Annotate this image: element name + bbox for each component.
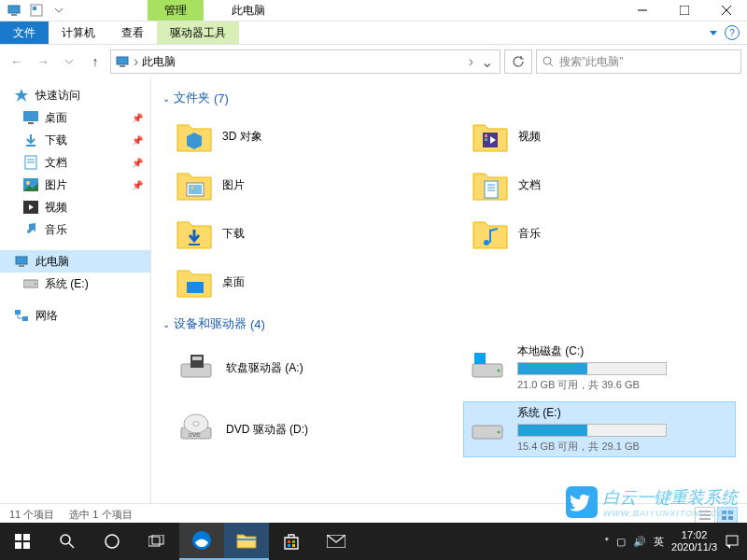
sidebar-system-e[interactable]: 系统 (E:) bbox=[0, 273, 150, 295]
svg-rect-28 bbox=[22, 316, 28, 321]
svg-text:DVD: DVD bbox=[189, 432, 201, 438]
tab-computer[interactable]: 计算机 bbox=[49, 21, 108, 44]
svg-rect-1 bbox=[11, 14, 17, 16]
view-large-button[interactable] bbox=[717, 507, 738, 524]
svg-rect-46 bbox=[192, 357, 202, 360]
folder-desktop[interactable]: 桌面 bbox=[172, 259, 440, 304]
nav-forward-button[interactable]: → bbox=[32, 50, 54, 73]
sidebar-documents[interactable]: 文档📌 bbox=[0, 151, 150, 174]
minimize-button[interactable] bbox=[621, 0, 663, 21]
nav-up-button[interactable]: ↑ bbox=[84, 50, 106, 73]
search-button[interactable] bbox=[45, 523, 90, 560]
maximize-button[interactable] bbox=[663, 0, 705, 21]
group-devices[interactable]: ⌄ 设备和驱动器 (4) bbox=[162, 315, 736, 332]
help-icon[interactable]: ? bbox=[725, 25, 740, 40]
device-system-e[interactable]: 系统 (E:) 15.4 GB 可用，共 29.1 GB bbox=[463, 401, 736, 457]
sidebar-network[interactable]: 网络 bbox=[0, 304, 150, 327]
pin-icon: 📌 bbox=[132, 158, 143, 168]
address-sep: › bbox=[134, 53, 138, 70]
tray-notifications-icon[interactable] bbox=[725, 534, 740, 549]
svg-marker-12 bbox=[15, 89, 28, 102]
tray-ime[interactable]: 英 bbox=[654, 535, 664, 549]
taskbar-explorer[interactable] bbox=[224, 523, 269, 560]
task-view-button[interactable] bbox=[134, 523, 179, 560]
tray-tip-icon[interactable]: ▢ bbox=[616, 536, 626, 548]
svg-rect-60 bbox=[728, 511, 733, 514]
device-dvd-d[interactable]: DVD DVD 驱动器 (D:) bbox=[172, 401, 444, 457]
tray-clock[interactable]: 17:02 2020/11/3 bbox=[671, 529, 717, 553]
qat-pc-icon[interactable] bbox=[4, 1, 24, 20]
svg-rect-23 bbox=[16, 257, 27, 264]
svg-rect-80 bbox=[726, 536, 738, 545]
refresh-button[interactable] bbox=[504, 49, 532, 74]
qat-properties-icon[interactable] bbox=[26, 1, 47, 20]
cortana-button[interactable] bbox=[90, 523, 134, 560]
usage-bar bbox=[517, 424, 667, 437]
folder-icon bbox=[176, 118, 213, 155]
address-dropdown-icon[interactable]: ⌄ bbox=[477, 53, 496, 71]
svg-line-69 bbox=[69, 543, 74, 548]
svg-rect-64 bbox=[15, 534, 21, 540]
sidebar-music[interactable]: 音乐 bbox=[0, 218, 150, 241]
sidebar-videos[interactable]: 视频 bbox=[0, 196, 150, 218]
nav-recent-dropdown[interactable] bbox=[58, 50, 80, 73]
svg-rect-37 bbox=[485, 181, 498, 198]
folder-icon bbox=[176, 263, 213, 301]
svg-point-55 bbox=[498, 431, 500, 434]
chevron-down-icon: ⌄ bbox=[162, 319, 170, 329]
svg-point-68 bbox=[61, 535, 70, 544]
svg-rect-78 bbox=[292, 544, 295, 547]
svg-rect-27 bbox=[15, 310, 21, 315]
folder-documents[interactable]: 文档 bbox=[468, 162, 736, 207]
ribbon-collapse-icon[interactable] bbox=[710, 31, 717, 35]
svg-rect-62 bbox=[728, 516, 733, 520]
taskbar-store[interactable] bbox=[269, 523, 314, 560]
tab-view[interactable]: 查看 bbox=[108, 21, 157, 44]
device-local-c[interactable]: 本地磁盘 (C:) 21.0 GB 可用，共 39.6 GB bbox=[463, 340, 736, 396]
sidebar-downloads[interactable]: 下载📌 bbox=[0, 129, 150, 151]
svg-rect-77 bbox=[288, 544, 290, 547]
folder-3d-objects[interactable]: 3D 对象 bbox=[172, 114, 440, 159]
folder-videos[interactable]: 视频 bbox=[468, 114, 736, 159]
drive-icon bbox=[467, 343, 508, 385]
network-icon bbox=[13, 307, 30, 324]
music-icon bbox=[22, 221, 39, 238]
tab-drive-tools[interactable]: 驱动器工具 bbox=[157, 21, 239, 44]
device-floppy-a[interactable]: 软盘驱动器 (A:) bbox=[172, 340, 444, 396]
start-button[interactable] bbox=[0, 523, 45, 560]
close-button[interactable] bbox=[705, 0, 747, 21]
svg-rect-5 bbox=[680, 6, 689, 15]
sidebar-pictures[interactable]: 图片📌 bbox=[0, 174, 150, 196]
folder-pictures[interactable]: 图片 bbox=[172, 162, 440, 207]
qat-dropdown-icon[interactable] bbox=[49, 1, 69, 20]
status-item-count: 11 个项目 bbox=[9, 508, 54, 522]
sidebar-quick-access[interactable]: 快速访问 bbox=[0, 84, 150, 106]
search-input[interactable]: 搜索"此电脑" bbox=[536, 49, 741, 74]
folder-music[interactable]: 音乐 bbox=[468, 211, 736, 256]
folder-icon bbox=[472, 118, 509, 155]
tray-people-icon[interactable]: ᕀ bbox=[604, 534, 609, 549]
svg-rect-13 bbox=[23, 111, 38, 121]
tab-file[interactable]: 文件 bbox=[0, 21, 49, 44]
svg-point-52 bbox=[193, 422, 199, 427]
address-bar[interactable]: › 此电脑 › ⌄ bbox=[110, 49, 500, 74]
address-sep2: › bbox=[469, 53, 473, 70]
svg-rect-76 bbox=[292, 540, 295, 543]
star-icon bbox=[13, 87, 30, 104]
picture-icon bbox=[22, 176, 39, 193]
svg-rect-61 bbox=[722, 516, 726, 520]
sidebar-this-pc[interactable]: 此电脑 bbox=[0, 250, 150, 273]
group-folders[interactable]: ⌄ 文件夹 (7) bbox=[162, 90, 736, 106]
folder-downloads[interactable]: 下载 bbox=[172, 211, 440, 256]
taskbar-mail[interactable] bbox=[314, 523, 359, 560]
nav-back-button[interactable]: ← bbox=[6, 50, 28, 73]
pin-icon: 📌 bbox=[132, 135, 143, 146]
tray-volume-icon[interactable]: 🔊 bbox=[633, 536, 646, 548]
pin-icon: 📌 bbox=[132, 113, 143, 123]
search-placeholder: 搜索"此电脑" bbox=[559, 54, 624, 70]
taskbar-edge[interactable] bbox=[179, 523, 224, 560]
folder-icon bbox=[176, 166, 213, 203]
view-details-button[interactable] bbox=[695, 507, 715, 524]
svg-rect-67 bbox=[23, 542, 30, 549]
sidebar-desktop[interactable]: 桌面📌 bbox=[0, 106, 150, 129]
